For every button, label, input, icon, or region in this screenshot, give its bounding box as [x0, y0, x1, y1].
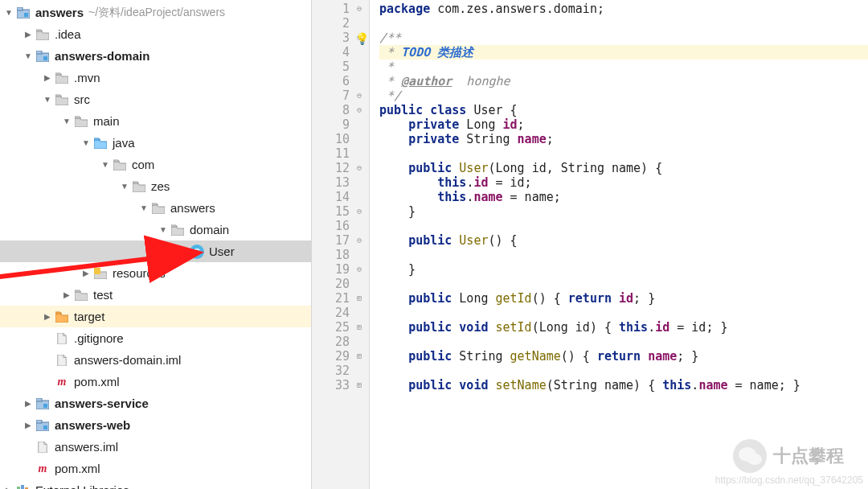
tree-item[interactable]: answers-domain.iml: [0, 349, 311, 371]
chevron-down-icon[interactable]: ▼: [23, 51, 34, 60]
code-line[interactable]: public void setName(String name) { this.…: [379, 378, 868, 392]
fold-icon[interactable]: ⊞: [354, 291, 364, 306]
fold-icon[interactable]: ⊖: [354, 2, 364, 16]
tree-item[interactable]: ▶answers-service: [0, 392, 311, 414]
code-line[interactable]: public class User {: [379, 103, 868, 117]
chevron-right-icon[interactable]: ▶: [23, 30, 34, 39]
brand-overlay: 十点攀程: [733, 439, 844, 473]
tree-item-label: External Libraries: [35, 483, 129, 489]
chevron-down-icon[interactable]: ▼: [80, 138, 92, 147]
code-line[interactable]: */: [379, 88, 868, 103]
gutter-row: 9: [312, 117, 369, 132]
chevron-right-icon[interactable]: ▶: [42, 312, 53, 321]
chevron-right-icon[interactable]: ▶: [80, 269, 92, 277]
tree-item[interactable]: ▼java: [0, 132, 311, 154]
chevron-right-icon[interactable]: ▶: [3, 486, 14, 489]
line-number: 28: [329, 335, 350, 349]
code-line[interactable]: [379, 335, 868, 349]
tree-item[interactable]: answers.iml: [0, 436, 311, 458]
code-line[interactable]: * @author honghe: [379, 74, 868, 88]
code-line[interactable]: [379, 306, 868, 320]
fold-icon[interactable]: ⊖: [354, 262, 364, 277]
chevron-right-icon[interactable]: ▶: [61, 290, 72, 299]
line-number: 24: [329, 306, 350, 320]
tree-root[interactable]: ▼ answers ~/资料/ideaProject/answers: [0, 2, 311, 23]
code-line[interactable]: [379, 364, 868, 378]
code-line[interactable]: * TODO 类描述: [379, 45, 868, 60]
code-line[interactable]: }: [379, 262, 868, 277]
chevron-down-icon[interactable]: ▼: [61, 117, 72, 125]
tree-item[interactable]: ▼answers: [0, 197, 311, 219]
code-line[interactable]: [379, 16, 868, 31]
gutter-row: 16: [312, 219, 369, 233]
code-line[interactable]: this.name = name;: [379, 190, 868, 204]
chevron-down-icon[interactable]: ▼: [119, 182, 130, 191]
chevron-down-icon[interactable]: ▼: [42, 95, 53, 104]
tree-item[interactable]: mpom.xml: [0, 458, 311, 479]
code-line[interactable]: public void setId(Long id) { this.id = i…: [379, 320, 868, 335]
gutter-row: 32: [312, 364, 369, 378]
tree-item[interactable]: mpom.xml: [0, 371, 311, 392]
line-number: 11: [329, 146, 350, 161]
code-line[interactable]: [379, 277, 868, 291]
svg-rect-2: [24, 13, 28, 17]
chevron-right-icon[interactable]: ▶: [23, 421, 34, 429]
fold-icon[interactable]: ⊞: [354, 320, 364, 335]
code-line[interactable]: public String getName() { return name; }: [379, 349, 868, 364]
tree-item[interactable]: ▼src: [0, 88, 311, 110]
tree-item[interactable]: ▼main: [0, 110, 311, 132]
tree-item[interactable]: ▶answers-web: [0, 414, 311, 436]
tree-item[interactable]: ▶resources: [0, 262, 311, 284]
folder-gray-icon: [55, 71, 69, 85]
gutter-row: 1⊖: [312, 2, 369, 16]
tree-item[interactable]: ▶test: [0, 284, 311, 306]
fold-icon[interactable]: ⊖: [354, 161, 364, 175]
tree-item[interactable]: ▼zes: [0, 175, 311, 197]
code-line[interactable]: *: [379, 60, 868, 74]
chevron-down-icon[interactable]: ▼: [158, 225, 169, 234]
tree-item[interactable]: ▶target: [0, 306, 311, 327]
chevron-right-icon[interactable]: ▶: [42, 73, 53, 82]
folder-gray-icon: [151, 201, 166, 216]
tree-item[interactable]: ▶.idea: [0, 23, 311, 45]
fold-icon[interactable]: ⊞: [354, 349, 364, 364]
code-line[interactable]: [379, 248, 868, 262]
line-number: 5: [329, 60, 350, 74]
fold-icon[interactable]: ⊖: [354, 204, 364, 219]
tree-item[interactable]: ▼answers-domain: [0, 45, 311, 67]
code-line[interactable]: [379, 146, 868, 161]
chevron-down-icon[interactable]: ▼: [3, 8, 14, 17]
tree-item[interactable]: ▶External Libraries: [0, 479, 311, 489]
fold-icon[interactable]: ⊖: [354, 103, 364, 117]
code-line[interactable]: public User(Long id, String name) {: [379, 161, 868, 175]
code-area[interactable]: package com.zes.answers.domain;/** * TOD…: [370, 0, 868, 489]
code-line[interactable]: package com.zes.answers.domain;: [379, 2, 868, 16]
tree-item[interactable]: ▼com: [0, 154, 311, 175]
chevron-down-icon[interactable]: ▼: [100, 160, 111, 169]
tree-item-label: zes: [151, 179, 170, 193]
code-line[interactable]: }: [379, 204, 868, 219]
tree-item[interactable]: .gitignore: [0, 327, 311, 349]
editor[interactable]: 1⊖23⊖💡4567⊖8⊖9101112⊖131415⊖1617⊖1819⊖20…: [312, 0, 868, 489]
tree-item[interactable]: CUser: [0, 240, 311, 262]
code-line[interactable]: [379, 219, 868, 233]
code-line[interactable]: public Long getId() { return id; }: [379, 291, 868, 306]
lightbulb-icon[interactable]: 💡: [355, 31, 369, 46]
code-line[interactable]: /**: [379, 31, 868, 45]
code-line[interactable]: private String name;: [379, 132, 868, 146]
fold-icon[interactable]: ⊖: [354, 88, 364, 103]
gutter-row: 18: [312, 248, 369, 262]
fold-icon[interactable]: ⊖: [354, 233, 364, 248]
tree-item[interactable]: ▼domain: [0, 219, 311, 240]
tree-item[interactable]: ▶.mvn: [0, 67, 311, 88]
brand-text: 十点攀程: [773, 444, 844, 468]
chevron-right-icon[interactable]: ▶: [23, 399, 34, 408]
fold-icon[interactable]: ⊞: [354, 378, 364, 392]
chevron-down-icon[interactable]: ▼: [138, 203, 149, 212]
code-line[interactable]: private Long id;: [379, 117, 868, 132]
code-line[interactable]: public User() {: [379, 233, 868, 248]
folder-gray-icon: [74, 114, 88, 129]
line-number: 13: [329, 175, 350, 190]
gutter-row: 13: [312, 175, 369, 190]
code-line[interactable]: this.id = id;: [379, 175, 868, 190]
